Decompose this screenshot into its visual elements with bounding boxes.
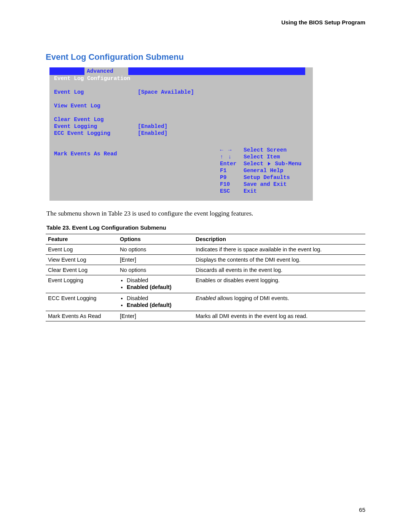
bios-screen: Advanced Event Log Configuration Event L… (49, 67, 313, 201)
bios-row-label: Mark Events As Read (49, 150, 138, 157)
table-row: Clear Event LogNo optionsDiscards all ev… (46, 265, 365, 275)
bios-help-row: F10Save and Exit (220, 181, 307, 188)
bios-tab-advanced: Advanced (84, 67, 128, 75)
bios-row-value (138, 144, 210, 150)
bios-help-text: Select Screen (244, 147, 287, 153)
cell-options: DisabledEnabled (default) (118, 293, 193, 311)
section-title: Event Log Configuration Submenu (46, 52, 365, 62)
bios-row-value (138, 102, 210, 109)
bios-help-key: Enter (220, 160, 244, 167)
bios-row-value (138, 116, 210, 123)
bios-help-key: F1 (220, 167, 244, 174)
bios-row: View Event Log (49, 102, 313, 109)
bios-row-value (138, 137, 210, 144)
bios-help-row: F1General Help (220, 167, 307, 174)
bios-help-panel: ← →Select Screen↑ ↓Select ItemEnterSelec… (220, 147, 307, 195)
bios-help-text: Setup Defaults (244, 174, 290, 181)
cell-options: No options (118, 265, 193, 275)
bios-row-label (49, 96, 138, 102)
bios-row-label (49, 144, 138, 150)
bios-row-label: Event Logging (49, 123, 138, 130)
bios-help-key: F10 (220, 181, 244, 188)
bios-row-value: [Space Available] (138, 89, 210, 96)
bios-help-text: Exit (244, 188, 257, 195)
table-row: ECC Event LoggingDisabledEnabled (defaul… (46, 293, 365, 311)
cell-options: DisabledEnabled (default) (118, 275, 193, 293)
bios-row-label (49, 109, 138, 116)
bios-help-text: Save and Exit (244, 181, 287, 188)
bios-row-value: [Enabled] (138, 130, 210, 137)
th-options: Options (118, 234, 193, 244)
table-row: View Event Log[Enter]Displays the conten… (46, 255, 365, 265)
intro-text: The submenu shown in Table 23 is used to… (46, 210, 365, 217)
bios-help-key: P9 (220, 174, 244, 181)
bios-row: Event Log[Space Available] (49, 89, 313, 96)
bios-help-key: ESC (220, 188, 244, 195)
bios-row: ECC Event Logging[Enabled] (49, 130, 313, 137)
th-feature: Feature (46, 234, 118, 244)
cell-options: [Enter] (118, 311, 193, 321)
bios-row (49, 109, 313, 116)
bios-row: Event Logging[Enabled] (49, 123, 313, 130)
th-description: Description (193, 234, 365, 244)
page-number: 65 (359, 506, 365, 513)
cell-description: Enables or disables event logging. (193, 275, 365, 293)
bios-row-label: Event Log (49, 89, 138, 96)
table-row: Event LoggingDisabledEnabled (default)En… (46, 275, 365, 293)
cell-description: Enabled allows logging of DMI events. (193, 293, 365, 311)
feature-table: Feature Options Description Event LogNo … (46, 234, 365, 321)
bios-submenu-title: Event Log Configuration (49, 75, 138, 82)
cell-feature: Mark Events As Read (46, 311, 118, 321)
cell-description: Marks all DMI events in the event log as… (193, 311, 365, 321)
bios-help-row: ESCExit (220, 188, 307, 195)
cell-feature: ECC Event Logging (46, 293, 118, 311)
bios-help-text: Select Item (244, 153, 280, 160)
table-caption: Table 23. Event Log Configuration Submen… (46, 224, 365, 231)
bios-row-value: [Enabled] (138, 123, 210, 130)
cell-options: [Enter] (118, 255, 193, 265)
bios-row-label: Clear Event Log (49, 116, 138, 123)
bios-row-value (138, 150, 210, 157)
cell-description: Displays the contents of the DMI event l… (193, 255, 365, 265)
bios-help-text: Select Sub-Menu (244, 160, 301, 167)
bios-help-key: ↑ ↓ (220, 153, 244, 160)
bios-help-row: EnterSelect Sub-Menu (220, 160, 307, 167)
bios-row: Clear Event Log (49, 116, 313, 123)
cell-feature: Clear Event Log (46, 265, 118, 275)
cell-options: No options (118, 244, 193, 255)
bios-help-text: General Help (244, 167, 283, 174)
bios-submenu-title-row: Event Log Configuration (49, 75, 313, 82)
bios-body: Event Log Configuration Event Log[Space … (49, 75, 313, 201)
table-row: Mark Events As Read[Enter]Marks all DMI … (46, 311, 365, 321)
bios-row-value (138, 96, 210, 102)
bios-row-label: ECC Event Logging (49, 130, 138, 137)
cell-description: Indicates if there is space available in… (193, 244, 365, 255)
table-row: Event LogNo optionsIndicates if there is… (46, 244, 365, 255)
bios-menubar: Advanced (49, 67, 313, 75)
bios-row-label: View Event Log (49, 102, 138, 109)
bios-row-label (49, 137, 138, 144)
cell-feature: Event Logging (46, 275, 118, 293)
bios-help-row: ↑ ↓Select Item (220, 153, 307, 160)
bios-row (49, 96, 313, 102)
bios-row-value (138, 109, 210, 116)
cell-description: Discards all events in the event log. (193, 265, 365, 275)
bios-help-row: P9Setup Defaults (220, 174, 307, 181)
bios-help-key: ← → (220, 147, 244, 153)
cell-feature: View Event Log (46, 255, 118, 265)
cell-feature: Event Log (46, 244, 118, 255)
header-right: Using the BIOS Setup Program (46, 19, 365, 26)
bios-help-row: ← →Select Screen (220, 147, 307, 153)
bios-row (49, 137, 313, 144)
